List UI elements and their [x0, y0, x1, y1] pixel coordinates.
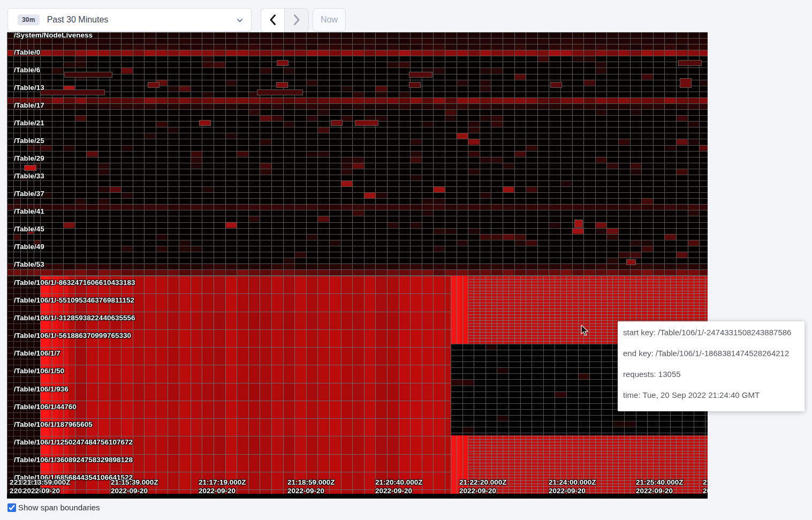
time-range-select[interactable]: 30m Past 30 Minutes [7, 8, 252, 32]
span-tooltip: start key: /Table/106/1/-247433150824388… [618, 321, 805, 411]
time-nav-group [261, 8, 309, 33]
time-range-label: Past 30 Minutes [47, 15, 109, 25]
tooltip-start-key: start key: /Table/106/1/-247433150824388… [623, 328, 799, 337]
next-interval-button[interactable] [285, 9, 308, 32]
footer-controls: Show span boundaries [7, 503, 100, 512]
previous-interval-button[interactable] [261, 9, 285, 32]
tooltip-end-key: end key: /Table/106/1/-18683814745282642… [623, 349, 799, 358]
tooltip-requests: requests: 13055 [623, 370, 799, 379]
heatmap-canvas[interactable] [7, 32, 708, 499]
now-button[interactable]: Now [313, 8, 346, 32]
show-span-boundaries-checkbox[interactable] [7, 503, 16, 512]
chevron-down-icon [236, 17, 244, 26]
time-range-badge: 30m [18, 14, 40, 25]
chevron-left-icon [267, 13, 279, 28]
show-span-boundaries-label: Show span boundaries [18, 503, 100, 512]
key-visualizer-heatmap: /System/NodeLiveness/Table/0/Table/6/Tab… [7, 32, 708, 499]
chevron-right-icon [291, 13, 302, 28]
tooltip-time: time: Tue, 20 Sep 2022 21:24:40 GMT [623, 390, 799, 400]
